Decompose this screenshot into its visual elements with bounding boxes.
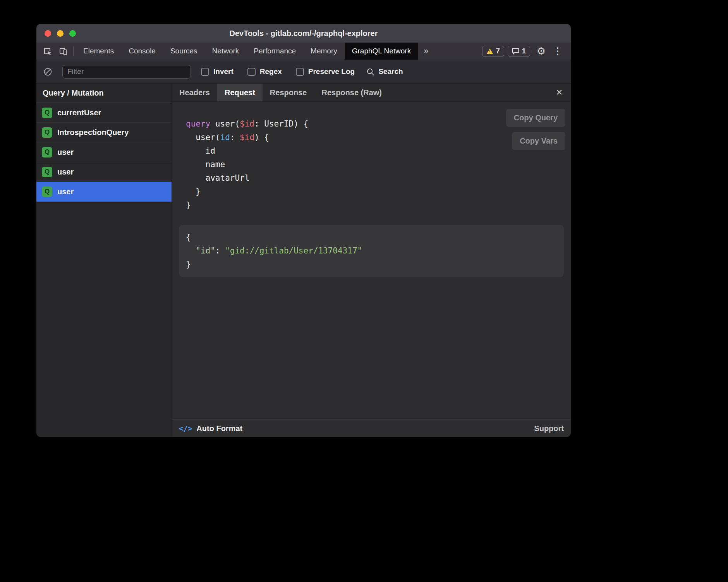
panel-tab-request[interactable]: Request [217,84,263,101]
settings-gear-icon[interactable]: ⚙ [537,46,546,56]
checkbox-regex[interactable]: Regex [247,67,282,76]
variables-code: { "id": "gid://gitlab/User/13704317"} [186,231,557,271]
tab-elements[interactable]: Elements [76,43,121,60]
warnings-badge[interactable]: 7 [482,46,504,57]
query-type-badge: Q [42,147,52,157]
close-panel-button[interactable]: ✕ [548,84,571,101]
sidebar-item-introspectionquery[interactable]: QIntrospectionQuery [36,123,172,142]
sidebar-item-label: user [57,168,74,176]
sidebar-item-user[interactable]: Quser [36,162,172,182]
checkbox-preserve-log[interactable]: Preserve Log [296,67,355,76]
device-toolbar-icon[interactable] [59,47,68,56]
copy-buttons: Copy Query Copy Vars [506,109,565,150]
auto-format-button[interactable]: Auto Format [196,424,242,433]
search-icon [366,68,374,76]
checkbox-box[interactable] [296,68,304,76]
devtools-window: DevTools - gitlab.com/-/graphql-explorer… [36,24,571,437]
inspect-element-icon[interactable] [43,46,52,56]
message-count: 1 [522,47,526,55]
query-type-badge: Q [42,167,52,177]
checkbox-invert[interactable]: Invert [201,67,234,76]
checkbox-label: Preserve Log [308,67,355,76]
tabbar-left-icons [36,43,73,60]
more-tabs-chevron[interactable]: » [418,43,434,60]
block-clear-icon[interactable] [43,67,52,76]
variables-box: { "id": "gid://gitlab/User/13704317"} [179,225,564,277]
main-split: Query / Mutation QcurrentUserQIntrospect… [36,84,571,437]
sidebar-item-label: IntrospectionQuery [57,128,129,137]
query-type-badge: Q [42,187,52,197]
code-line: "id": "gid://gitlab/User/13704317" [186,244,557,258]
checkbox-box[interactable] [201,68,209,76]
panel-tab-response-raw[interactable]: Response (Raw) [314,84,389,101]
filter-toolbar: InvertRegexPreserve Log Search [36,60,571,84]
close-window-button[interactable] [45,30,51,37]
sidebar-item-label: user [57,187,74,196]
code-line: { [186,231,557,244]
code-line: name [186,158,564,171]
query-type-badge: Q [42,127,52,138]
toolbar-checkboxes: InvertRegexPreserve Log [201,67,355,76]
checkbox-box[interactable] [247,68,256,76]
tab-console[interactable]: Console [121,43,163,60]
sidebar-header: Query / Mutation [36,84,172,103]
panel-tabrow: HeadersRequestResponseResponse (Raw) ✕ [172,84,571,102]
devtools-tabbar: ElementsConsoleSourcesNetworkPerformance… [36,43,571,60]
code-line: } [186,185,564,199]
sidebar-item-label: user [57,148,74,157]
tab-performance[interactable]: Performance [246,43,303,60]
tabbar-right-controls: 7 1 ⚙ ⋮ [482,43,571,60]
panel-tab-headers[interactable]: Headers [172,84,217,101]
zoom-window-button[interactable] [69,30,76,37]
separator [73,46,74,56]
support-link[interactable]: Support [534,424,564,433]
sidebar-list: QcurrentUserQIntrospectionQueryQuserQuse… [36,103,172,437]
messages-badge[interactable]: 1 [508,46,530,57]
query-type-badge: Q [42,108,52,118]
sidebar-item-label: currentUser [57,108,101,117]
tab-memory[interactable]: Memory [303,43,345,60]
code-line: } [186,199,564,212]
sidebar-item-currentuser[interactable]: QcurrentUser [36,103,172,123]
panel-tab-response[interactable]: Response [263,84,314,101]
search-label: Search [378,67,403,76]
tab-network[interactable]: Network [205,43,247,60]
panel-tabs: HeadersRequestResponseResponse (Raw) [172,84,389,101]
panel-footer: </> Auto Format Support [172,419,571,437]
chat-bubble-icon [512,48,519,55]
request-content: Copy Query Copy Vars query user($id: Use… [172,102,571,419]
warning-count: 7 [496,47,500,55]
search-control[interactable]: Search [366,67,403,76]
window-title: DevTools - gitlab.com/-/graphql-explorer [229,29,378,38]
tab-graphql-network[interactable]: GraphQL Network [345,43,418,60]
code-line: } [186,258,557,271]
sidebar: Query / Mutation QcurrentUserQIntrospect… [36,84,172,437]
checkbox-label: Invert [213,67,234,76]
warning-icon [486,48,493,54]
copy-vars-button[interactable]: Copy Vars [512,132,565,150]
checkbox-label: Regex [260,67,282,76]
tab-sources[interactable]: Sources [163,43,205,60]
kebab-menu-icon[interactable]: ⋮ [551,46,565,56]
traffic-lights [45,24,76,43]
minimize-window-button[interactable] [57,30,64,37]
code-line: avatarUrl [186,171,564,185]
detail-panel: HeadersRequestResponseResponse (Raw) ✕ C… [172,84,571,437]
sidebar-item-user[interactable]: Quser [36,182,172,202]
titlebar: DevTools - gitlab.com/-/graphql-explorer [36,24,571,43]
copy-query-button[interactable]: Copy Query [506,109,565,127]
code-brackets-icon[interactable]: </> [179,424,192,433]
sidebar-item-user[interactable]: Quser [36,142,172,162]
devtools-tabbar-tabs: ElementsConsoleSourcesNetworkPerformance… [76,43,418,60]
filter-input[interactable] [62,65,191,79]
